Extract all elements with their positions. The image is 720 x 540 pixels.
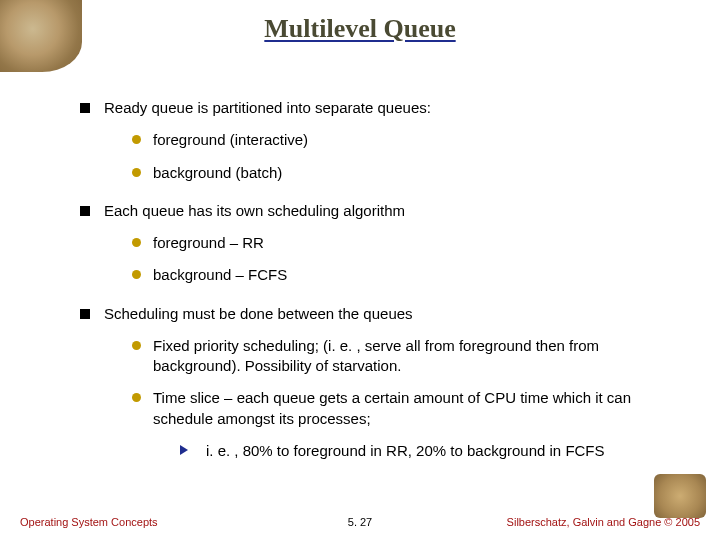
bullet-3: Scheduling must be done between the queu… [80,304,680,462]
sub-bullet-text: foreground (interactive) [153,130,680,150]
bullet-row: Scheduling must be done between the queu… [80,304,680,324]
bullet-2-sub: foreground – RR background – FCFS [132,233,680,286]
sub-bullet-row: foreground (interactive) [132,130,680,150]
bullet-2: Each queue has its own scheduling algori… [80,201,680,286]
sub-sub-bullet-text: i. e. , 80% to foreground in RR, 20% to … [206,441,680,461]
square-bullet-icon [80,206,90,216]
sub-bullet-row: background – FCFS [132,265,680,285]
footer-page-number: 5. 27 [348,516,372,528]
bullet-row: Ready queue is partitioned into separate… [80,98,680,118]
disc-bullet-icon [132,393,141,402]
disc-bullet-icon [132,168,141,177]
bullet-1-sub: foreground (interactive) background (bat… [132,130,680,183]
decorative-dino-bottom-right [654,474,706,518]
sub-bullet-row: Fixed priority scheduling; (i. e. , serv… [132,336,680,377]
sub-sub-bullet-row: i. e. , 80% to foreground in RR, 20% to … [180,441,680,461]
footer-left: Operating System Concepts [20,516,158,528]
slide-title: Multilevel Queue [0,14,720,44]
bullet-text: Each queue has its own scheduling algori… [104,201,680,221]
sub-bullet-row: foreground – RR [132,233,680,253]
footer: Operating System Concepts 5. 27 Silbersc… [20,516,700,528]
sub-bullet-text: background – FCFS [153,265,680,285]
sub-bullet-text: Time slice – each queue gets a certain a… [153,388,680,429]
disc-bullet-icon [132,135,141,144]
bullet-text: Scheduling must be done between the queu… [104,304,680,324]
disc-bullet-icon [132,341,141,350]
disc-bullet-icon [132,238,141,247]
sub-bullet-row: Time slice – each queue gets a certain a… [132,388,680,429]
bullet-3-sub: Fixed priority scheduling; (i. e. , serv… [132,336,680,429]
square-bullet-icon [80,103,90,113]
sub-bullet-text: Fixed priority scheduling; (i. e. , serv… [153,336,680,377]
footer-right: Silberschatz, Galvin and Gagne © 2005 [507,516,700,528]
sub-bullet-text: foreground – RR [153,233,680,253]
sub-bullet-text: background (batch) [153,163,680,183]
triangle-bullet-icon [180,445,196,455]
bullet-3-sub-sub: i. e. , 80% to foreground in RR, 20% to … [180,441,680,461]
bullet-text: Ready queue is partitioned into separate… [104,98,680,118]
slide-body: Ready queue is partitioned into separate… [80,80,680,471]
disc-bullet-icon [132,270,141,279]
slide: Multilevel Queue Ready queue is partitio… [0,0,720,540]
square-bullet-icon [80,309,90,319]
sub-bullet-row: background (batch) [132,163,680,183]
bullet-row: Each queue has its own scheduling algori… [80,201,680,221]
bullet-1: Ready queue is partitioned into separate… [80,98,680,183]
